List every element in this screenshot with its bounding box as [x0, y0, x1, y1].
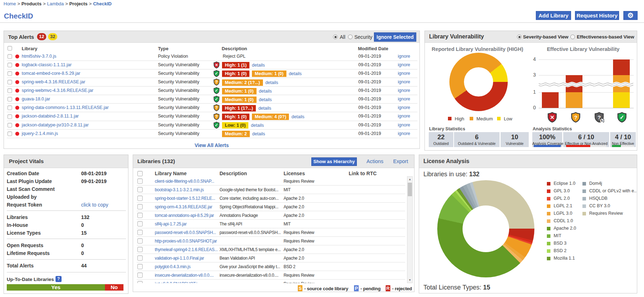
svg-text:↻: ↻: [601, 119, 603, 123]
svg-text:✓: ✓: [619, 114, 624, 120]
svg-text:✕: ✕: [215, 63, 218, 67]
svg-text:✕: ✕: [550, 114, 554, 120]
svg-text:?: ?: [574, 114, 577, 120]
svg-text:✓: ✓: [215, 97, 218, 101]
svg-text:?: ?: [215, 106, 218, 110]
svg-text:?: ?: [215, 80, 218, 84]
svg-text:?: ?: [215, 114, 218, 119]
svg-text:✓: ✓: [215, 123, 218, 127]
svg-text:✓: ✓: [215, 71, 218, 75]
svg-text:✓: ✓: [215, 89, 218, 93]
